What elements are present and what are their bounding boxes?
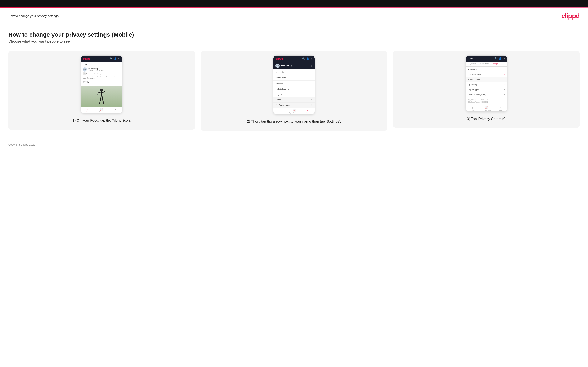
tab-settings[interactable]: Settings bbox=[490, 62, 500, 66]
page-subheading: Choose what you want people to see bbox=[8, 39, 580, 44]
phone-2: clippd 🔍 👤 ⚙ BM Blair McHarg ∧ bbox=[273, 55, 315, 114]
post-username: Blair McHarg bbox=[88, 68, 104, 70]
phone-1-logo: clippd bbox=[83, 57, 90, 60]
post-desc: Looking to feel like my hands are exitin… bbox=[83, 76, 121, 80]
copyright: Copyright Clippd 2022 bbox=[8, 143, 35, 146]
phone-2-bottom-nav: ⌂ Home 📈 My Performance ✕ Menu bbox=[273, 108, 315, 114]
performance-icon-2: 📈 bbox=[293, 109, 296, 112]
section-home-label: Home bbox=[276, 99, 281, 101]
bottom-nav2-menu[interactable]: ✕ Menu bbox=[301, 109, 315, 114]
settings-data-integrations[interactable]: Data Integrations › bbox=[466, 72, 507, 77]
steps-row: clippd 🔍 👤 ⚙ Feed BM Blair McHarg bbox=[8, 51, 580, 131]
settings-my-account[interactable]: My Account › bbox=[466, 67, 507, 72]
footer: Copyright Clippd 2022 bbox=[0, 131, 588, 152]
settings-help-support[interactable]: Help & Support ↗ bbox=[466, 87, 507, 92]
data-integrations-chevron: › bbox=[504, 73, 505, 75]
menu-user-row: BM Blair McHarg ∧ bbox=[273, 62, 315, 69]
help-support-label: Help & Support bbox=[468, 89, 479, 91]
privacy-controls-label: Privacy Controls bbox=[468, 79, 480, 81]
user-icon-2: 👤 bbox=[306, 57, 309, 60]
menu-help-support[interactable]: Help & Support ↗ bbox=[273, 86, 315, 92]
bottom-nav2-home[interactable]: ⌂ Home bbox=[273, 109, 287, 114]
phone-1-bottom-nav: ⌂ Home 📈 My Performance ≡ Menu bbox=[81, 107, 122, 113]
bottom-nav3-menu[interactable]: ≡ Menu bbox=[493, 106, 507, 111]
search-icon-2: 🔍 bbox=[302, 57, 305, 60]
svg-line-6 bbox=[100, 101, 100, 103]
page-heading: How to change your privacy settings (Mob… bbox=[8, 31, 580, 38]
menu-label-3: Menu bbox=[499, 109, 502, 111]
bottom-nav3-performance[interactable]: 📈 My Performance bbox=[480, 106, 493, 111]
header-title: How to change your privacy settings bbox=[8, 14, 59, 18]
settings-service-privacy[interactable]: Service & Privacy Policy ↗ bbox=[466, 92, 507, 97]
bottom-nav-performance[interactable]: 📈 My Performance bbox=[95, 108, 108, 112]
menu-my-profile[interactable]: My Profile bbox=[273, 69, 315, 75]
settings-my-golf-bag[interactable]: My Golf Bag › bbox=[466, 82, 507, 87]
post-lesson-row: 🏌 Lesson with Fordy bbox=[83, 72, 121, 75]
duration-value: 01 hr : 30 min bbox=[83, 82, 121, 83]
duration-label: Duration bbox=[83, 81, 121, 82]
menu-my-profile-label: My Profile bbox=[276, 71, 284, 73]
version2: GQL Server Version: 2022.7.30-1 bbox=[468, 101, 505, 103]
home-icon-3: ⌂ bbox=[472, 106, 473, 109]
menu-settings[interactable]: Settings bbox=[273, 81, 315, 86]
svg-line-8 bbox=[97, 92, 98, 95]
performance-label-3: My Performance bbox=[482, 109, 491, 111]
menu-logout[interactable]: Logout bbox=[273, 92, 315, 97]
phone-3-icons: 🔍 👤 ⚙ bbox=[494, 57, 505, 60]
menu-avatar: BM bbox=[276, 64, 280, 68]
phone-1: clippd 🔍 👤 ⚙ Feed BM Blair McHarg bbox=[81, 55, 122, 113]
avatar: BM bbox=[83, 67, 87, 72]
search-icon-3: 🔍 bbox=[494, 57, 497, 60]
lesson-title: Lesson with Fordy bbox=[86, 73, 101, 75]
tab-my-profile[interactable]: My Profile bbox=[467, 62, 478, 66]
bottom-nav3-home[interactable]: ⌂ Home bbox=[466, 106, 480, 111]
version1: Clippd Client Version: 2022.8.3-3 bbox=[468, 99, 505, 101]
post-subname: Yesterday · Sunningdale bbox=[88, 70, 104, 71]
svg-line-7 bbox=[103, 101, 104, 103]
bottom-nav-home[interactable]: ⌂ Home bbox=[81, 108, 95, 112]
home-label-2: Home bbox=[279, 112, 282, 114]
close-icon: ✕ bbox=[307, 109, 309, 112]
golfer-silhouette bbox=[96, 88, 107, 105]
step-3-card: < Back 🔍 👤 ⚙ My Profile Connections Sett… bbox=[393, 51, 580, 128]
performance-icon: 📈 bbox=[100, 108, 103, 111]
svg-line-5 bbox=[102, 96, 103, 101]
menu-icon-3: ≡ bbox=[499, 106, 501, 109]
back-button[interactable]: < Back bbox=[468, 58, 474, 60]
phone-2-navbar: clippd 🔍 👤 ⚙ bbox=[273, 56, 315, 62]
home-icon-2: ⌂ bbox=[279, 109, 281, 112]
menu-connections[interactable]: Connections bbox=[273, 75, 315, 81]
service-privacy-label: Service & Privacy Policy bbox=[468, 94, 486, 96]
menu-overlay: My Profile Connections Settings Help & S… bbox=[273, 69, 315, 97]
tab-connections[interactable]: Connections bbox=[478, 62, 490, 66]
menu-chevron-up: ∧ bbox=[311, 65, 312, 67]
section-performance[interactable]: My Performance ∨ bbox=[273, 102, 315, 108]
my-golf-bag-label: My Golf Bag bbox=[468, 84, 477, 86]
feed-label: Feed bbox=[81, 62, 122, 66]
svg-point-0 bbox=[100, 89, 103, 92]
user-icon: 👤 bbox=[114, 57, 117, 60]
data-integrations-label: Data Integrations bbox=[468, 73, 481, 75]
svg-line-4 bbox=[100, 96, 101, 101]
step-1-card: clippd 🔍 👤 ⚙ Feed BM Blair McHarg bbox=[8, 51, 195, 130]
bottom-nav2-performance[interactable]: 📈 My Performance bbox=[287, 109, 301, 114]
settings-version: Clippd Client Version: 2022.8.3-3 GQL Se… bbox=[466, 97, 507, 105]
settings-privacy-controls[interactable]: Privacy Controls › bbox=[466, 77, 507, 82]
section-performance-label: My Performance bbox=[276, 104, 290, 106]
golf-icon: 🏌 bbox=[83, 72, 86, 75]
bottom-nav-menu[interactable]: ≡ Menu bbox=[108, 108, 122, 112]
phone-2-icons: 🔍 👤 ⚙ bbox=[302, 57, 312, 60]
home-icon: ⌂ bbox=[87, 108, 88, 111]
phone-3-bottom-nav: ⌂ Home 📈 My Performance ≡ Menu bbox=[466, 105, 507, 111]
menu-user-left: BM Blair McHarg bbox=[276, 64, 293, 68]
performance-label-2: My Performance bbox=[289, 112, 299, 114]
logo: clippd bbox=[561, 12, 580, 20]
phone-post: BM Blair McHarg Yesterday · Sunningdale … bbox=[81, 66, 122, 86]
search-icon: 🔍 bbox=[110, 57, 113, 60]
ext-icon-help: ↗ bbox=[311, 88, 312, 90]
menu-settings-label: Settings bbox=[276, 82, 283, 84]
phone-3: < Back 🔍 👤 ⚙ My Profile Connections Sett… bbox=[466, 55, 507, 112]
my-account-label: My Account bbox=[468, 68, 476, 70]
step-3-caption: 3) Tap 'Privacy Controls'. bbox=[467, 116, 506, 122]
section-home[interactable]: Home ∨ bbox=[273, 97, 315, 102]
